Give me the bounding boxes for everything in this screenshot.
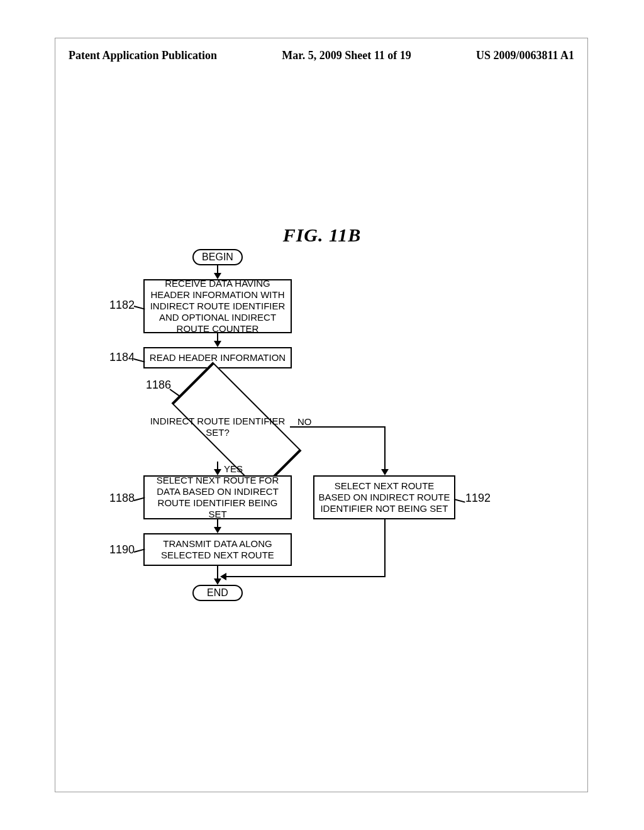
decision-1186: INDIRECT ROUTE IDENTIFIER SET? <box>145 392 290 462</box>
arrowhead-down-icon <box>381 469 389 475</box>
connector <box>384 426 386 470</box>
figure-title: FIG. 11B <box>0 224 644 246</box>
terminator-end: END <box>192 585 243 601</box>
header-left: Patent Application Publication <box>55 49 217 62</box>
arrowhead-down-icon <box>214 527 221 533</box>
page-header: Patent Application Publication Mar. 5, 2… <box>55 49 588 62</box>
arrowhead-left-icon <box>220 573 226 580</box>
connector <box>225 576 386 577</box>
process-1182: RECEIVE DATA HAVING HEADER INFORMATION W… <box>143 279 292 333</box>
connector <box>290 426 386 428</box>
connector <box>384 519 386 577</box>
page-border <box>55 38 588 792</box>
ref-1182: 1182 <box>109 299 135 312</box>
arrowhead-down-icon <box>214 341 221 347</box>
ref-1190: 1190 <box>109 543 135 556</box>
process-1192: SELECT NEXT ROUTE BASED ON INDIRECT ROUT… <box>313 475 455 519</box>
page: Patent Application Publication Mar. 5, 2… <box>0 0 644 830</box>
process-1184: READ HEADER INFORMATION <box>143 347 292 368</box>
branch-yes-label: YES <box>224 463 243 474</box>
decision-1186-text: INDIRECT ROUTE IDENTIFIER SET? <box>145 392 290 462</box>
ref-1184: 1184 <box>109 351 135 364</box>
ref-1192: 1192 <box>465 492 491 505</box>
connector <box>217 566 218 580</box>
ref-1188: 1188 <box>109 492 135 505</box>
terminator-begin: BEGIN <box>192 249 243 265</box>
process-1190: TRANSMIT DATA ALONG SELECTED NEXT ROUTE <box>143 533 292 566</box>
process-1188: SELECT NEXT ROUTE FOR DATA BASED ON INDI… <box>143 475 292 519</box>
branch-no-label: NO <box>297 416 312 427</box>
ref-1186: 1186 <box>146 379 171 392</box>
header-right: US 2009/0063811 A1 <box>476 49 588 62</box>
header-center: Mar. 5, 2009 Sheet 11 of 19 <box>282 49 411 62</box>
